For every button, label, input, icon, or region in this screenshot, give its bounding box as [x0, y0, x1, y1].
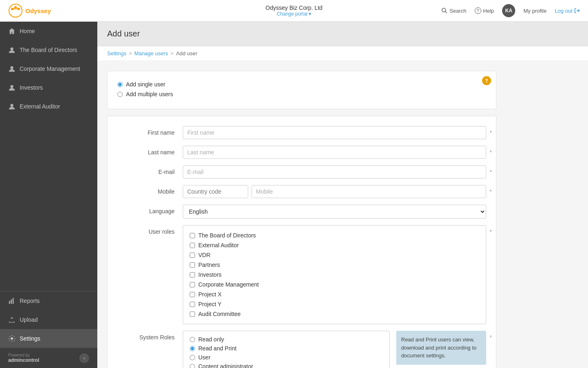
country-code-input[interactable] [183, 185, 248, 198]
content-admin-radio[interactable] [190, 364, 195, 368]
system-role-read-only[interactable]: Read only [190, 336, 383, 343]
role-board-checkbox[interactable] [190, 233, 195, 238]
system-roles-field: Read only Read and Print User [183, 331, 486, 368]
sidebar-item-settings[interactable]: Settings [0, 329, 97, 348]
breadcrumb-sep-1: > [129, 50, 132, 56]
roles-required: * [490, 228, 492, 235]
settings-icon [8, 335, 16, 342]
content-area: Add user Settings > Manage users > Add u… [97, 22, 588, 368]
role-project-x[interactable]: Project X [190, 289, 479, 299]
header-actions: Search ? Help KA My profile Log out [442, 4, 580, 17]
sidebar-item-external-auditor[interactable]: External Auditor [0, 97, 97, 116]
read-and-print-radio[interactable] [190, 346, 195, 351]
mobile-number-input[interactable] [251, 185, 486, 198]
mobile-row: Mobile ▾ * [117, 185, 486, 198]
country-code-wrap: ▾ [183, 185, 248, 198]
role-vdr-checkbox[interactable] [190, 253, 195, 258]
svg-rect-14 [9, 301, 10, 304]
add-single-user-option[interactable]: Add single user [117, 81, 486, 88]
role-external-auditor-checkbox[interactable] [190, 243, 195, 248]
last-name-label: Last name [117, 146, 183, 156]
first-name-input[interactable] [183, 126, 486, 139]
last-name-input[interactable] [183, 146, 486, 159]
sidebar-collapse-button[interactable]: ‹ [79, 353, 89, 363]
first-name-required: * [490, 129, 492, 136]
role-investors-checkbox[interactable] [190, 272, 195, 278]
email-input[interactable] [183, 165, 486, 178]
role-audit-committee[interactable]: Audit Committee [190, 309, 479, 319]
powered-by: Powered by admincontrol ‹ [0, 348, 97, 368]
help-icon-button[interactable]: ? [482, 76, 491, 85]
board-user-icon [8, 46, 16, 54]
add-multiple-users-radio[interactable] [117, 92, 123, 97]
svg-point-13 [10, 104, 13, 107]
role-partners[interactable]: Partners [190, 260, 479, 270]
my-profile-button[interactable]: My profile [523, 8, 546, 14]
help-icon: ? [475, 7, 481, 14]
system-roles-label: System Roles [117, 331, 183, 341]
user-roles-box: The Board of Directors External Auditor … [183, 225, 486, 324]
role-board-of-directors[interactable]: The Board of Directors [190, 230, 479, 240]
help-button[interactable]: ? Help [475, 7, 494, 14]
read-only-radio[interactable] [190, 337, 195, 342]
breadcrumb-current: Add user [176, 50, 197, 56]
sidebar-item-reports[interactable]: Reports [0, 291, 97, 310]
form-container: ? Add single user Add multiple users [97, 61, 506, 368]
last-name-field: * [183, 146, 486, 159]
breadcrumb-manage-users[interactable]: Manage users [135, 50, 168, 56]
role-investors[interactable]: Investors [190, 270, 479, 280]
sidebar-item-corporate[interactable]: Corporate Management [0, 59, 97, 78]
header: Odyssey Odyssey Biz Corp. Ltd Change por… [0, 0, 588, 22]
logo-text: Odyssey [25, 7, 51, 14]
avatar: KA [502, 4, 515, 17]
role-audit-committee-checkbox[interactable] [190, 312, 195, 317]
language-select[interactable]: English Norwegian Swedish Danish Finnish [183, 205, 486, 219]
svg-rect-16 [13, 298, 14, 304]
user-roles-field: The Board of Directors External Auditor … [183, 225, 486, 324]
role-project-y-checkbox[interactable] [190, 302, 195, 307]
reports-icon [8, 297, 16, 305]
user-radio[interactable] [190, 355, 195, 360]
add-multiple-users-option[interactable]: Add multiple users [117, 91, 486, 97]
system-roles-box: Read only Read and Print User [183, 331, 390, 368]
logout-button[interactable]: Log out [555, 8, 580, 14]
user-roles-label: User roles [117, 225, 183, 235]
svg-point-17 [11, 337, 13, 339]
sidebar-item-board[interactable]: The Board of Directors [0, 41, 97, 59]
svg-point-10 [10, 47, 13, 50]
mobile-inputs: ▾ [183, 185, 486, 198]
system-role-read-and-print[interactable]: Read and Print [190, 345, 383, 352]
role-partners-checkbox[interactable] [190, 262, 195, 268]
sidebar-bottom: Reports Upload Settings [0, 291, 97, 348]
logo[interactable]: Odyssey [8, 3, 51, 18]
svg-point-11 [10, 66, 13, 69]
sidebar-item-home[interactable]: Home [0, 22, 97, 41]
logo-icon [8, 3, 23, 18]
role-project-y[interactable]: Project Y [190, 299, 479, 309]
email-row: E-mail * [117, 165, 486, 178]
admincontrol-brand: admincontrol [8, 357, 39, 363]
system-role-content-admin[interactable]: Content administrator [190, 363, 383, 368]
search-button[interactable]: Search [442, 8, 466, 14]
add-single-user-radio[interactable] [117, 82, 123, 87]
svg-point-0 [9, 4, 22, 17]
sidebar-item-investors[interactable]: Investors [0, 78, 97, 97]
search-icon [442, 8, 447, 14]
role-external-auditor[interactable]: External Auditor [190, 240, 479, 250]
role-vdr[interactable]: VDR [190, 250, 479, 260]
role-corporate-management[interactable]: Corporate Management [190, 280, 479, 289]
main-layout: Home The Board of Directors Corporate Ma… [0, 22, 588, 368]
email-label: E-mail [117, 165, 183, 175]
breadcrumb: Settings > Manage users > Add user [97, 46, 588, 61]
breadcrumb-settings[interactable]: Settings [107, 50, 126, 56]
role-corporate-checkbox[interactable] [190, 282, 195, 287]
user-type-card: ? Add single user Add multiple users [107, 71, 496, 109]
system-roles-wrap: Read only Read and Print User [183, 331, 486, 368]
corporate-user-icon [8, 65, 16, 72]
home-icon [8, 27, 16, 35]
sidebar-item-upload[interactable]: Upload [0, 310, 97, 329]
role-project-x-checkbox[interactable] [190, 292, 195, 297]
change-portal-link[interactable]: Change portal ▾ [265, 11, 322, 17]
last-name-row: Last name * [117, 146, 486, 159]
system-role-user[interactable]: User [190, 354, 383, 361]
